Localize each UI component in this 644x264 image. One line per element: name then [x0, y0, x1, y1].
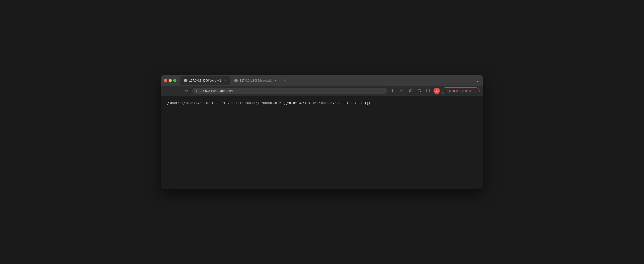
- window-controls-right: ⌄: [475, 77, 480, 84]
- traffic-lights: [164, 79, 176, 82]
- svg-rect-8: [418, 91, 420, 91]
- puzzle-icon: [408, 89, 412, 93]
- more-icon: ⋮: [472, 89, 476, 93]
- bookmark-button[interactable]: ☆: [398, 87, 405, 94]
- tab-2-favicon: [234, 79, 238, 82]
- content-area: {"user":{"uid":1,"name":"user1","sex":"f…: [161, 96, 483, 189]
- new-tab-button[interactable]: +: [281, 77, 288, 84]
- reload-icon: ↻: [185, 89, 188, 93]
- reading-list-button[interactable]: [416, 87, 423, 94]
- reading-list-icon: [417, 89, 421, 93]
- svg-rect-6: [418, 89, 421, 90]
- address-path: /borrow/1: [220, 89, 234, 93]
- svg-rect-10: [426, 89, 428, 92]
- share-button[interactable]: ⬆: [390, 87, 396, 94]
- back-button[interactable]: ←: [164, 87, 171, 94]
- json-response: {"user":{"uid":1,"name":"user1","sex":"f…: [166, 100, 478, 106]
- tab-2-close[interactable]: ✕: [274, 79, 278, 82]
- svg-rect-11: [428, 89, 430, 92]
- address-text: 127.0.0.1:8500/borrow/1: [199, 89, 384, 93]
- tab-2-title: 127.0.0.1:8082/borrow/1: [240, 79, 272, 82]
- browser-window: 127.0.0.1:8500/borrow/1 ✕ 127.0.0.1:8082…: [161, 75, 483, 189]
- nav-actions: ⬆ ☆: [390, 87, 480, 94]
- tab-1-title: 127.0.0.1:8500/borrow/1: [189, 79, 221, 82]
- title-bar: 127.0.0.1:8500/borrow/1 ✕ 127.0.0.1:8082…: [161, 75, 483, 86]
- back-icon: ←: [166, 89, 170, 93]
- svg-rect-7: [418, 90, 420, 90]
- forward-icon: →: [176, 89, 179, 93]
- address-port: :8500: [212, 89, 220, 93]
- forward-button[interactable]: →: [174, 87, 180, 94]
- share-icon: ⬆: [391, 89, 394, 93]
- bookmark-icon: ☆: [400, 89, 403, 93]
- tabs-area: 127.0.0.1:8500/borrow/1 ✕ 127.0.0.1:8082…: [180, 76, 473, 85]
- reload-button[interactable]: ↻: [183, 87, 190, 94]
- svg-rect-9: [420, 91, 421, 92]
- address-bar[interactable]: ℹ 127.0.0.1:8500/borrow/1: [192, 88, 387, 94]
- extensions-button[interactable]: [407, 87, 414, 94]
- relaunch-label: Relaunch to update: [446, 89, 471, 93]
- relaunch-button[interactable]: Relaunch to update ⋮: [442, 87, 480, 94]
- maximize-button[interactable]: [173, 79, 176, 82]
- minimize-button[interactable]: [168, 79, 172, 82]
- nav-bar: ← → ↻ ℹ 127.0.0.1:8500/borrow/1 ⬆ ☆: [161, 86, 483, 96]
- tabs-menu-button[interactable]: ⌄: [475, 77, 480, 84]
- tab-1-close[interactable]: ✕: [223, 79, 227, 82]
- tab-1-favicon: [184, 79, 187, 82]
- split-view-button[interactable]: [425, 87, 432, 94]
- secure-icon: ℹ: [196, 89, 197, 93]
- split-icon: [426, 89, 430, 93]
- close-button[interactable]: [164, 79, 167, 82]
- profile-avatar[interactable]: E: [434, 88, 440, 94]
- tab-1[interactable]: 127.0.0.1:8500/borrow/1 ✕: [180, 76, 230, 85]
- address-host: 127.0.0.1: [199, 89, 212, 93]
- tab-2[interactable]: 127.0.0.1:8082/borrow/1 ✕: [231, 76, 281, 85]
